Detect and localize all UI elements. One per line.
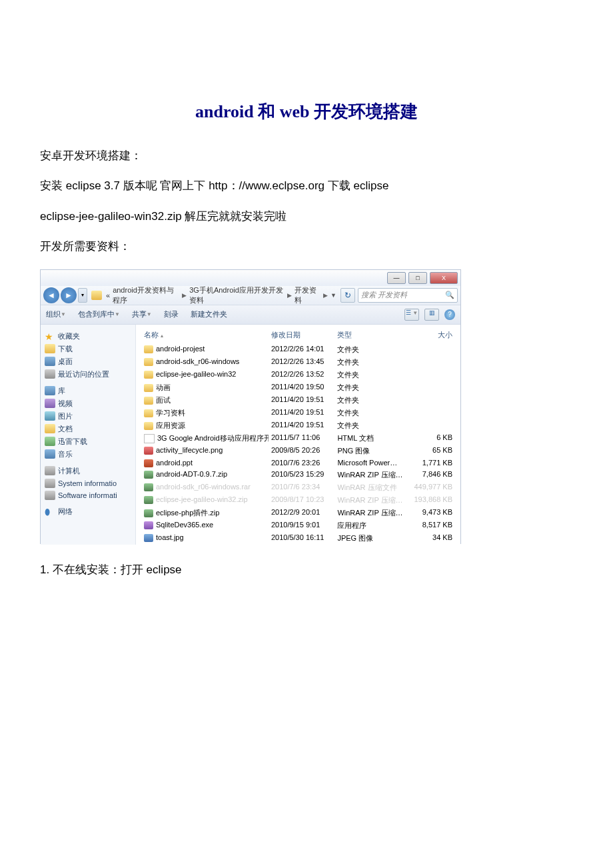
refresh-button[interactable]: ↻ bbox=[340, 288, 355, 303]
burn-button[interactable]: 刻录 bbox=[164, 309, 179, 319]
html-icon bbox=[144, 434, 155, 443]
video-icon bbox=[45, 399, 55, 408]
col-size[interactable]: 大小 bbox=[407, 329, 455, 341]
search-placeholder: 搜索 开发资料 bbox=[361, 290, 407, 300]
file-row[interactable]: 学习资料2011/4/20 19:51文件夹 bbox=[141, 407, 455, 419]
arrow-icon: ▶ bbox=[182, 292, 187, 299]
file-row[interactable]: android-projest2012/2/26 14:01文件夹 bbox=[141, 343, 455, 356]
forward-button[interactable]: ► bbox=[61, 287, 77, 303]
paragraph-4: 开发所需要资料： bbox=[40, 234, 573, 259]
col-date[interactable]: 修改日期 bbox=[269, 329, 334, 341]
arrow-icon: ▶ bbox=[323, 292, 328, 299]
file-row[interactable]: 应用资源2011/4/20 19:51文件夹 bbox=[141, 419, 455, 432]
file-row[interactable]: 3G Google Android移动应用程序开发(…2011/5/7 11:0… bbox=[141, 432, 455, 445]
nav-history-dropdown[interactable]: ▾ bbox=[78, 288, 87, 303]
nav-downloads[interactable]: 下载 bbox=[45, 343, 131, 355]
folder-icon bbox=[144, 371, 153, 379]
view-mode-button[interactable]: ☰ ▼ bbox=[404, 309, 419, 321]
back-button[interactable]: ◄ bbox=[43, 287, 59, 303]
dropdown-icon: ▼ bbox=[147, 311, 152, 317]
zip-icon bbox=[144, 509, 153, 517]
file-row[interactable]: 动画2011/4/20 19:50文件夹 bbox=[141, 381, 455, 394]
chevron-icon: « bbox=[106, 291, 110, 299]
nav-documents[interactable]: 文档 bbox=[45, 423, 131, 435]
minimize-button[interactable]: — bbox=[387, 272, 406, 284]
file-row[interactable]: SqliteDev365.exe2010/9/15 9:01应用程序8,517 … bbox=[141, 519, 455, 532]
ppt-icon bbox=[144, 459, 153, 467]
nav-software-info[interactable]: Software informati bbox=[45, 489, 131, 501]
folder-icon bbox=[144, 358, 153, 366]
close-button[interactable]: X bbox=[430, 272, 458, 284]
nav-pane: ★收藏夹 下载 桌面 最近访问的位置 库 视频 图片 文档 迅雷下载 音乐 计算… bbox=[41, 325, 136, 545]
file-row[interactable]: android-ADT-0.9.7.zip2010/5/23 15:29WinR… bbox=[141, 469, 455, 481]
exe-icon bbox=[144, 521, 153, 529]
breadcrumb-seg-1[interactable]: android开发资料与程序 bbox=[113, 285, 179, 305]
file-row[interactable]: android-sdk_r06-windows.rar2010/7/6 23:3… bbox=[141, 481, 455, 494]
sort-icon: ▴ bbox=[161, 333, 163, 339]
search-input[interactable]: 搜索 开发资料 🔍 bbox=[358, 288, 458, 303]
star-icon: ★ bbox=[45, 331, 55, 341]
nav-system-info[interactable]: System informatio bbox=[45, 477, 131, 489]
nav-computer[interactable]: 计算机 bbox=[45, 461, 131, 477]
zip-icon bbox=[144, 471, 153, 479]
help-button[interactable]: ? bbox=[444, 309, 455, 320]
nav-desktop[interactable]: 桌面 bbox=[45, 355, 131, 368]
zip-icon bbox=[144, 496, 153, 504]
preview-pane-button[interactable]: ▥ bbox=[424, 309, 439, 321]
nav-recent[interactable]: 最近访问的位置 bbox=[45, 368, 131, 381]
file-row[interactable]: 面试2011/4/20 19:51文件夹 bbox=[141, 394, 455, 407]
nav-thunder[interactable]: 迅雷下载 bbox=[45, 435, 131, 448]
toolbar: 组织 ▼ 包含到库中 ▼ 共享 ▼ 刻录 新建文件夹 ☰ ▼ ▥ ? bbox=[41, 305, 460, 325]
nav-music[interactable]: 音乐 bbox=[45, 448, 131, 461]
file-row[interactable]: eclipse-jee-galileo-win32.zip2009/8/17 1… bbox=[141, 494, 455, 507]
file-row[interactable]: eclipse-php插件.zip2012/2/9 20:01WinRAR ZI… bbox=[141, 507, 455, 519]
file-row[interactable]: activity_lifecycle.png2009/8/5 20:26PNG … bbox=[141, 445, 455, 457]
library-icon bbox=[45, 386, 55, 395]
rar-icon bbox=[144, 483, 153, 491]
organize-button[interactable]: 组织 ▼ bbox=[46, 309, 66, 319]
network-icon: ⬮ bbox=[45, 507, 55, 516]
nav-pictures[interactable]: 图片 bbox=[45, 410, 131, 423]
dropdown-icon: ▼ bbox=[115, 311, 120, 317]
breadcrumb-seg-2[interactable]: 3G手机Android应用开发开发资料 bbox=[189, 285, 285, 305]
folder-icon bbox=[144, 409, 153, 417]
file-row[interactable]: android-sdk_r06-windows2012/2/26 13:45文件… bbox=[141, 356, 455, 369]
file-row[interactable]: android.ppt2010/7/6 23:26Microsoft Power… bbox=[141, 457, 455, 469]
file-row[interactable]: toast.jpg2010/5/30 16:11JPEG 图像34 KB bbox=[141, 532, 455, 545]
paragraph-1: 安卓开发环境搭建： bbox=[40, 143, 573, 168]
nav-favorites[interactable]: ★收藏夹 bbox=[45, 330, 131, 343]
search-icon[interactable]: 🔍 bbox=[445, 291, 454, 299]
folder-icon bbox=[144, 384, 153, 392]
arrow-icon: ▶ bbox=[287, 292, 292, 299]
paragraph-2: 安装 eclipse 3.7 版本呢 官网上下 http：//www.eclps… bbox=[40, 173, 573, 198]
include-library-button[interactable]: 包含到库中 ▼ bbox=[78, 309, 120, 319]
drive-icon bbox=[45, 479, 55, 488]
breadcrumb-seg-3[interactable]: 开发资料 bbox=[295, 285, 320, 305]
maximize-button[interactable]: □ bbox=[408, 272, 427, 284]
jpg-icon bbox=[144, 534, 153, 542]
col-type[interactable]: 类型 bbox=[334, 329, 407, 341]
nav-network[interactable]: ⬮网络 bbox=[45, 501, 131, 518]
music-icon bbox=[45, 449, 55, 459]
thunder-icon bbox=[45, 437, 55, 446]
folder-icon bbox=[45, 344, 55, 353]
new-folder-button[interactable]: 新建文件夹 bbox=[191, 309, 227, 319]
computer-icon bbox=[45, 466, 55, 475]
col-name[interactable]: 名称 ▴ bbox=[141, 329, 269, 341]
address-bar: ◄ ► ▾ « android开发资料与程序 ▶ 3G手机Android应用开发… bbox=[41, 286, 460, 305]
nav-libraries[interactable]: 库 bbox=[45, 381, 131, 397]
breadcrumb[interactable]: « android开发资料与程序 ▶ 3G手机Android应用开发开发资料 ▶… bbox=[105, 285, 338, 305]
picture-icon bbox=[45, 411, 55, 421]
file-list: 名称 ▴ 修改日期 类型 大小 android-projest2012/2/26… bbox=[136, 325, 460, 545]
doc-title: android 和 web 开发环境搭建 bbox=[40, 100, 573, 123]
paragraph-5: 1. 不在线安装：打开 eclipse bbox=[40, 557, 573, 582]
desktop-icon bbox=[45, 357, 55, 366]
share-button[interactable]: 共享 ▼ bbox=[132, 309, 152, 319]
dropdown-icon: ▼ bbox=[61, 311, 66, 317]
file-row[interactable]: eclipse-jee-galileo-win322012/2/26 13:52… bbox=[141, 369, 455, 381]
nav-videos[interactable]: 视频 bbox=[45, 397, 131, 410]
drive-icon bbox=[45, 491, 55, 500]
path-dropdown-icon[interactable]: ▼ bbox=[330, 292, 336, 299]
folder-icon bbox=[144, 397, 153, 405]
folder-icon bbox=[91, 291, 102, 300]
